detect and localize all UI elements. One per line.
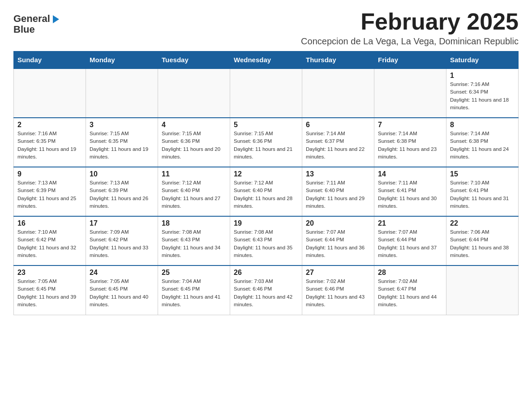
calendar-week-1: 1Sunrise: 7:16 AMSunset: 6:34 PMDaylight… <box>14 68 519 118</box>
calendar-cell <box>14 68 86 118</box>
day-info: Sunrise: 7:06 AMSunset: 6:44 PMDaylight:… <box>450 228 515 259</box>
day-info: Sunrise: 7:15 AMSunset: 6:35 PMDaylight:… <box>90 130 154 161</box>
day-number: 26 <box>234 269 298 277</box>
day-number: 11 <box>162 170 226 178</box>
day-number: 12 <box>234 170 298 178</box>
calendar-cell: 23Sunrise: 7:05 AMSunset: 6:45 PMDayligh… <box>14 265 86 315</box>
calendar-cell: 13Sunrise: 7:11 AMSunset: 6:40 PMDayligh… <box>302 167 374 216</box>
weekday-header-sunday: Sunday <box>14 51 86 69</box>
calendar-cell: 27Sunrise: 7:02 AMSunset: 6:46 PMDayligh… <box>302 265 374 315</box>
day-number: 13 <box>306 170 370 178</box>
day-number: 6 <box>306 121 370 129</box>
calendar-cell: 15Sunrise: 7:10 AMSunset: 6:41 PMDayligh… <box>446 167 519 216</box>
day-number: 9 <box>17 170 82 178</box>
calendar-cell: 24Sunrise: 7:05 AMSunset: 6:45 PMDayligh… <box>86 265 158 315</box>
calendar-cell: 9Sunrise: 7:13 AMSunset: 6:39 PMDaylight… <box>14 167 86 216</box>
calendar-header-row: SundayMondayTuesdayWednesdayThursdayFrid… <box>14 51 519 69</box>
day-number: 7 <box>378 121 442 129</box>
day-info: Sunrise: 7:15 AMSunset: 6:36 PMDaylight:… <box>162 130 226 161</box>
day-info: Sunrise: 7:07 AMSunset: 6:44 PMDaylight:… <box>378 228 442 259</box>
calendar-cell: 11Sunrise: 7:12 AMSunset: 6:40 PMDayligh… <box>158 167 230 216</box>
day-number: 24 <box>90 269 154 277</box>
day-number: 22 <box>450 219 515 227</box>
weekday-header-thursday: Thursday <box>302 51 374 69</box>
calendar-cell: 26Sunrise: 7:03 AMSunset: 6:46 PMDayligh… <box>230 265 302 315</box>
weekday-header-monday: Monday <box>86 51 158 69</box>
calendar-cell: 16Sunrise: 7:10 AMSunset: 6:42 PMDayligh… <box>14 216 86 265</box>
day-info: Sunrise: 7:02 AMSunset: 6:47 PMDaylight:… <box>378 278 442 308</box>
calendar-week-5: 23Sunrise: 7:05 AMSunset: 6:45 PMDayligh… <box>14 265 519 315</box>
weekday-header-saturday: Saturday <box>446 51 519 69</box>
weekday-header-tuesday: Tuesday <box>158 51 230 69</box>
calendar-cell: 8Sunrise: 7:14 AMSunset: 6:38 PMDaylight… <box>446 118 519 167</box>
day-number: 19 <box>234 219 298 227</box>
day-info: Sunrise: 7:08 AMSunset: 6:43 PMDaylight:… <box>234 228 298 259</box>
calendar-cell <box>158 68 230 118</box>
calendar-cell: 10Sunrise: 7:13 AMSunset: 6:39 PMDayligh… <box>86 167 158 216</box>
day-info: Sunrise: 7:11 AMSunset: 6:40 PMDaylight:… <box>306 179 370 210</box>
day-info: Sunrise: 7:16 AMSunset: 6:34 PMDaylight:… <box>450 81 515 111</box>
day-number: 16 <box>17 219 82 227</box>
day-info: Sunrise: 7:05 AMSunset: 6:45 PMDaylight:… <box>17 278 82 308</box>
svg-marker-0 <box>53 15 59 23</box>
logo-text-blue: Blue <box>13 24 35 35</box>
day-info: Sunrise: 7:08 AMSunset: 6:43 PMDaylight:… <box>162 228 226 259</box>
calendar-cell: 4Sunrise: 7:15 AMSunset: 6:36 PMDaylight… <box>158 118 230 167</box>
calendar-cell: 2Sunrise: 7:16 AMSunset: 6:35 PMDaylight… <box>14 118 86 167</box>
day-number: 21 <box>378 219 442 227</box>
calendar-table: SundayMondayTuesdayWednesdayThursdayFrid… <box>13 51 519 315</box>
month-title: February 2025 <box>301 9 519 34</box>
calendar-cell: 19Sunrise: 7:08 AMSunset: 6:43 PMDayligh… <box>230 216 302 265</box>
calendar-cell: 17Sunrise: 7:09 AMSunset: 6:42 PMDayligh… <box>86 216 158 265</box>
calendar-week-4: 16Sunrise: 7:10 AMSunset: 6:42 PMDayligh… <box>14 216 519 265</box>
logo-arrow-icon <box>51 14 61 24</box>
calendar-cell: 18Sunrise: 7:08 AMSunset: 6:43 PMDayligh… <box>158 216 230 265</box>
day-info: Sunrise: 7:12 AMSunset: 6:40 PMDaylight:… <box>162 179 226 210</box>
day-info: Sunrise: 7:04 AMSunset: 6:45 PMDaylight:… <box>162 278 226 308</box>
calendar-cell: 7Sunrise: 7:14 AMSunset: 6:38 PMDaylight… <box>374 118 446 167</box>
day-info: Sunrise: 7:14 AMSunset: 6:38 PMDaylight:… <box>378 130 442 161</box>
calendar-week-2: 2Sunrise: 7:16 AMSunset: 6:35 PMDaylight… <box>14 118 519 167</box>
calendar-cell: 12Sunrise: 7:12 AMSunset: 6:40 PMDayligh… <box>230 167 302 216</box>
calendar-cell: 6Sunrise: 7:14 AMSunset: 6:37 PMDaylight… <box>302 118 374 167</box>
title-area: February 2025 Concepcion de La Vega, La … <box>301 9 519 47</box>
calendar-cell: 21Sunrise: 7:07 AMSunset: 6:44 PMDayligh… <box>374 216 446 265</box>
day-info: Sunrise: 7:10 AMSunset: 6:41 PMDaylight:… <box>450 179 515 210</box>
page-header: General Blue February 2025 Concepcion de… <box>13 9 519 47</box>
day-info: Sunrise: 7:12 AMSunset: 6:40 PMDaylight:… <box>234 179 298 210</box>
calendar-cell <box>86 68 158 118</box>
day-info: Sunrise: 7:15 AMSunset: 6:36 PMDaylight:… <box>234 130 298 161</box>
calendar-cell: 1Sunrise: 7:16 AMSunset: 6:34 PMDaylight… <box>446 68 519 118</box>
day-number: 20 <box>306 219 370 227</box>
calendar-cell <box>302 68 374 118</box>
calendar-cell: 22Sunrise: 7:06 AMSunset: 6:44 PMDayligh… <box>446 216 519 265</box>
day-info: Sunrise: 7:13 AMSunset: 6:39 PMDaylight:… <box>17 179 82 210</box>
weekday-header-wednesday: Wednesday <box>230 51 302 69</box>
day-info: Sunrise: 7:14 AMSunset: 6:38 PMDaylight:… <box>450 130 515 161</box>
calendar-cell: 14Sunrise: 7:11 AMSunset: 6:41 PMDayligh… <box>374 167 446 216</box>
day-number: 23 <box>17 269 82 277</box>
day-info: Sunrise: 7:05 AMSunset: 6:45 PMDaylight:… <box>90 278 154 308</box>
day-number: 17 <box>90 219 154 227</box>
day-number: 3 <box>90 121 154 129</box>
calendar-cell: 25Sunrise: 7:04 AMSunset: 6:45 PMDayligh… <box>158 265 230 315</box>
day-number: 5 <box>234 121 298 129</box>
day-info: Sunrise: 7:11 AMSunset: 6:41 PMDaylight:… <box>378 179 442 210</box>
day-number: 27 <box>306 269 370 277</box>
location-subtitle: Concepcion de La Vega, La Vega, Dominica… <box>301 36 519 47</box>
calendar-cell <box>230 68 302 118</box>
day-info: Sunrise: 7:03 AMSunset: 6:46 PMDaylight:… <box>234 278 298 308</box>
day-info: Sunrise: 7:02 AMSunset: 6:46 PMDaylight:… <box>306 278 370 308</box>
day-number: 4 <box>162 121 226 129</box>
day-number: 2 <box>17 121 82 129</box>
calendar-cell <box>446 265 519 315</box>
day-number: 1 <box>450 72 515 80</box>
day-number: 28 <box>378 269 442 277</box>
calendar-cell: 3Sunrise: 7:15 AMSunset: 6:35 PMDaylight… <box>86 118 158 167</box>
day-info: Sunrise: 7:13 AMSunset: 6:39 PMDaylight:… <box>90 179 154 210</box>
day-info: Sunrise: 7:09 AMSunset: 6:42 PMDaylight:… <box>90 228 154 259</box>
day-info: Sunrise: 7:07 AMSunset: 6:44 PMDaylight:… <box>306 228 370 259</box>
calendar-cell: 28Sunrise: 7:02 AMSunset: 6:47 PMDayligh… <box>374 265 446 315</box>
calendar-cell: 5Sunrise: 7:15 AMSunset: 6:36 PMDaylight… <box>230 118 302 167</box>
calendar-cell: 20Sunrise: 7:07 AMSunset: 6:44 PMDayligh… <box>302 216 374 265</box>
